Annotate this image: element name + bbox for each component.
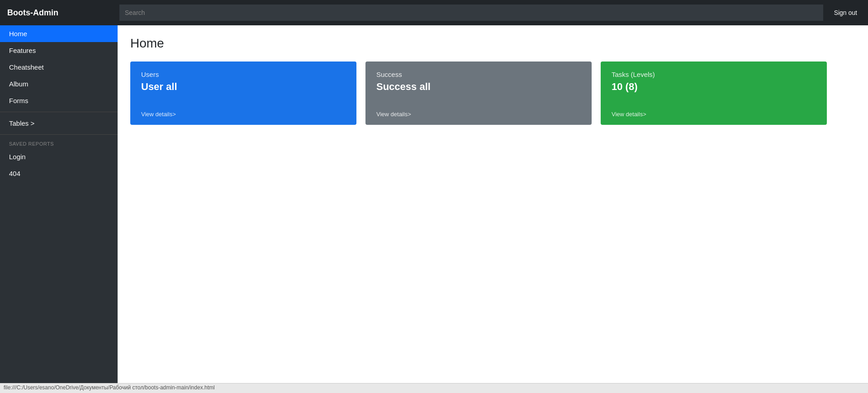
users-card: Users User all View details> [130,62,356,125]
success-card-label: Success [376,71,581,78]
main-layout: Home Features Cheatsheet Album Forms Tab… [0,25,868,383]
tasks-card: Tasks (Levels) 10 (8) View details> [601,62,827,125]
tasks-card-label: Tasks (Levels) [612,71,816,78]
content-area: Home Users User all View details> Succes… [118,25,868,383]
navbar-brand: Boots-Admin [7,8,119,18]
sidebar-item-404[interactable]: 404 [0,165,118,182]
signout-button[interactable]: Sign out [830,7,861,18]
sidebar-item-home[interactable]: Home [0,25,118,42]
sidebar-divider-2 [0,134,118,135]
users-card-label: Users [141,71,346,78]
success-card-value: Success all [376,81,581,93]
statusbar: file:///C:/Users/esano/OneDrive/Документ… [0,383,868,393]
search-input[interactable] [119,5,823,21]
sidebar-item-album[interactable]: Album [0,76,118,92]
navbar: Boots-Admin Sign out [0,0,868,25]
sidebar-item-cheatsheet[interactable]: Cheatsheet [0,59,118,76]
tasks-card-value: 10 (8) [612,81,816,93]
statusbar-text: file:///C:/Users/esano/OneDrive/Документ… [4,384,215,391]
users-card-link[interactable]: View details> [141,111,346,118]
sidebar-divider [0,112,118,112]
success-card-link[interactable]: View details> [376,111,581,118]
success-card: Success Success all View details> [365,62,592,125]
page-title: Home [130,36,855,51]
users-card-value: User all [141,81,346,93]
cards-row: Users User all View details> Success Suc… [130,62,855,125]
sidebar-item-tables[interactable]: Tables > [0,115,118,132]
sidebar: Home Features Cheatsheet Album Forms Tab… [0,25,118,383]
sidebar-item-features[interactable]: Features [0,42,118,59]
saved-reports-label: SAVED REPORTS [0,137,118,148]
tasks-card-link[interactable]: View details> [612,111,816,118]
sidebar-item-forms[interactable]: Forms [0,92,118,109]
sidebar-item-login[interactable]: Login [0,148,118,165]
